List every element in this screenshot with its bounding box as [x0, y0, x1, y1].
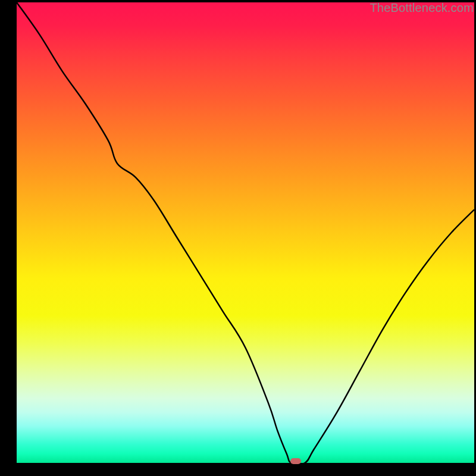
bottleneck-curve — [17, 2, 474, 463]
chart-container — [17, 2, 474, 463]
minimum-marker — [290, 458, 301, 464]
watermark-text: TheBottleneck.com — [369, 1, 474, 15]
curve-layer — [17, 2, 474, 463]
